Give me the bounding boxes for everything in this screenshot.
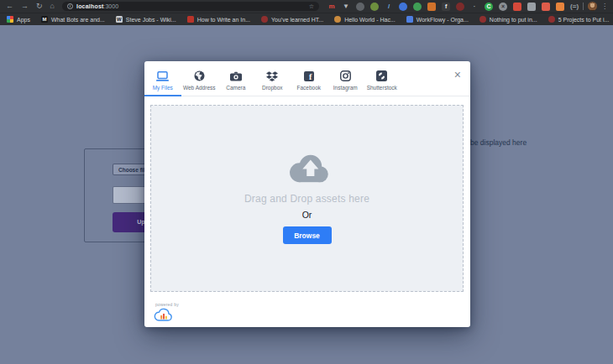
extension-icon[interactable]: ▼	[342, 3, 350, 11]
browse-button[interactable]: Browse	[283, 226, 332, 244]
extension-icon[interactable]	[370, 3, 379, 11]
bookmark-item[interactable]: How to Write an In...	[187, 16, 250, 23]
bookmark-label: WorkFlowy - Orga...	[417, 17, 469, 23]
powered-by-label: powered by	[155, 302, 179, 307]
dropbox-icon	[266, 70, 278, 82]
tab-camera[interactable]: Camera	[217, 61, 254, 96]
extension-icon[interactable]	[527, 3, 536, 11]
tab-label: My Files	[153, 85, 173, 91]
bookmark-label: Hello World - Hac...	[344, 17, 396, 23]
close-icon[interactable]: ×	[454, 69, 461, 81]
tab-my-files[interactable]: My Files	[144, 61, 181, 96]
file-picker-modal: My Files Web Address Camera Dropbox	[144, 61, 470, 327]
bookmark-favicon	[406, 16, 413, 23]
bookmark-label: How to Write an In...	[197, 17, 250, 23]
dropzone[interactable]: Drag and Drop assets here Or Browse	[150, 105, 464, 292]
extension-icons: m▼/f·C×(=)	[327, 3, 579, 11]
bookmark-label: Steve Jobs - Wiki...	[126, 17, 176, 23]
dropzone-title: Drag and Drop assets here	[151, 193, 463, 205]
bookmark-item[interactable]: You've learned HT...	[261, 16, 323, 23]
tab-facebook[interactable]: f Facebook	[291, 61, 327, 96]
site-info-icon[interactable]: i	[67, 3, 73, 9]
extension-icon[interactable]: (=)	[570, 3, 579, 11]
tab-label: Camera	[226, 85, 245, 91]
profile-avatar[interactable]	[588, 2, 597, 11]
browser-window: ← → ↻ ⌂ i localhost :3000 ☆ m▼/f·C×(=) ⋮…	[0, 0, 613, 364]
bookmark-favicon	[479, 16, 486, 23]
tab-label: Shutterstock	[367, 85, 397, 91]
shutterstock-icon	[376, 70, 387, 82]
toolbar-divider	[583, 3, 584, 10]
bookmark-label: What Bots are and...	[51, 17, 105, 23]
facebook-icon: f	[304, 70, 314, 82]
camera-icon	[230, 70, 242, 82]
address-bar[interactable]: i localhost :3000 ☆	[62, 2, 319, 11]
extension-icon[interactable]	[413, 3, 422, 11]
bookmark-item[interactable]: WorkFlowy - Orga...	[406, 16, 469, 23]
bookmark-item[interactable]: Apps	[7, 16, 30, 23]
bookmark-item[interactable]: Hello World - Hac...	[334, 16, 396, 23]
upload-cloud-icon	[284, 152, 331, 189]
extension-icon[interactable]	[513, 3, 521, 11]
extension-icon[interactable]: C	[485, 3, 493, 11]
bookmarks-bar: Apps M What Bots are and... W Steve Jobs…	[0, 13, 613, 25]
bookmark-item[interactable]: 5 Projects to Put i...	[548, 16, 610, 23]
preview-placeholder-text: be displayed here	[470, 138, 527, 147]
url-port: :3000	[104, 3, 119, 9]
extension-icon[interactable]	[542, 3, 550, 11]
bookmark-favicon	[548, 16, 555, 23]
forward-icon[interactable]: →	[21, 0, 29, 13]
my-files-laptop-icon	[156, 70, 169, 82]
filestack-logo	[154, 308, 174, 325]
extension-icon[interactable]: f	[442, 3, 450, 11]
bookmark-favicon: W	[116, 16, 123, 23]
bookmark-favicon	[261, 16, 268, 23]
browser-toolbar: ← → ↻ ⌂ i localhost :3000 ☆ m▼/f·C×(=) ⋮	[0, 0, 613, 13]
extension-icon[interactable]	[427, 3, 436, 11]
tab-label: Web Address	[183, 85, 216, 91]
bookmark-label: Apps	[17, 17, 30, 23]
instagram-icon	[340, 70, 351, 82]
extension-icon[interactable]: /	[385, 3, 393, 11]
bookmark-favicon: M	[41, 16, 48, 23]
tab-label: Dropbox	[262, 85, 283, 91]
tab-label: Facebook	[296, 85, 321, 91]
extension-icon[interactable]	[456, 3, 464, 11]
extension-icon[interactable]	[399, 3, 407, 11]
extension-icon[interactable]: ×	[499, 3, 507, 11]
extension-icon[interactable]: m	[327, 3, 336, 11]
extension-icon[interactable]	[556, 3, 564, 11]
picker-tabbar: My Files Web Address Camera Dropbox	[144, 61, 470, 96]
tab-web-address[interactable]: Web Address	[181, 61, 218, 96]
bookmark-favicon	[334, 16, 341, 23]
home-icon[interactable]: ⌂	[50, 0, 55, 13]
bookmark-item[interactable]: W Steve Jobs - Wiki...	[116, 16, 176, 23]
tab-dropbox[interactable]: Dropbox	[254, 61, 291, 96]
dropzone-or-label: Or	[151, 210, 463, 220]
bookmark-favicon	[7, 16, 13, 23]
bookmark-label: Nothing to put in...	[490, 17, 537, 23]
bookmark-label: You've learned HT...	[271, 17, 323, 23]
reload-icon[interactable]: ↻	[36, 0, 43, 13]
extension-icon[interactable]: ·	[470, 3, 479, 11]
tab-instagram[interactable]: Instagram	[327, 61, 364, 96]
bookmark-item[interactable]: Nothing to put in...	[479, 16, 537, 23]
extension-icon[interactable]	[356, 3, 364, 11]
bookmark-favicon	[187, 16, 194, 23]
back-icon[interactable]: ←	[6, 0, 13, 13]
bookmark-item[interactable]: M What Bots are and...	[41, 16, 105, 23]
tab-shutterstock[interactable]: Shutterstock	[364, 61, 401, 96]
globe-icon	[194, 70, 205, 82]
tab-label: Instagram	[333, 85, 358, 91]
bookmark-star-icon[interactable]: ☆	[309, 3, 314, 10]
bookmark-label: 5 Projects to Put i...	[558, 17, 610, 23]
browser-menu-icon[interactable]: ⋮	[601, 3, 608, 10]
url-host: localhost	[76, 3, 104, 9]
